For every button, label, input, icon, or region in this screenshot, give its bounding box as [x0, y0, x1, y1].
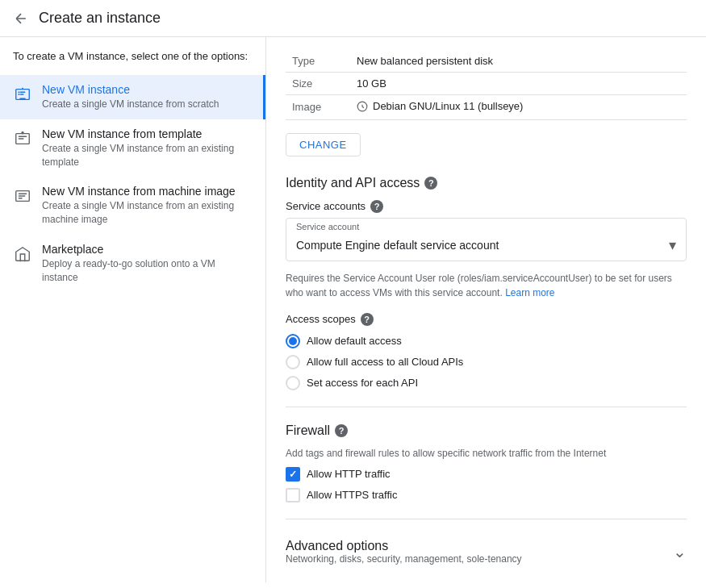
sidebar-item-new-vm-title: New VM instance — [42, 83, 219, 96]
sidebar-item-marketplace[interactable]: Marketplace Deploy a ready-to-go solutio… — [0, 235, 265, 293]
sidebar-item-new-vm[interactable]: New VM instance Create a single VM insta… — [0, 75, 265, 119]
section-divider-1 — [286, 407, 687, 407]
advanced-options-desc: Networking, disks, security, management,… — [286, 553, 522, 565]
disk-image-label: Image — [286, 95, 350, 120]
header: Create an instance — [0, 0, 706, 37]
firewall-help-icon[interactable]: ? — [335, 424, 348, 437]
vm-icon — [13, 85, 32, 104]
disk-image-value: Debian GNU/Linux 11 (bullseye) — [350, 95, 687, 120]
radio-full-access-label: Allow full access to all Cloud APIs — [307, 356, 463, 368]
sidebar-item-marketplace-desc: Deploy a ready-to-go solution onto a VM … — [42, 257, 253, 285]
change-button[interactable]: CHANGE — [286, 133, 361, 156]
sidebar-item-vm-template-title: New VM instance from template — [42, 127, 253, 140]
svg-point-1 — [19, 91, 20, 93]
page-title: Create an instance — [39, 10, 161, 27]
identity-section-header: Identity and API access ? — [286, 176, 687, 190]
checkbox-https-box — [286, 488, 300, 503]
checkbox-http-box — [286, 467, 300, 482]
svg-rect-3 — [22, 88, 23, 90]
disk-type-value: New balanced persistent disk — [350, 50, 687, 73]
radio-full-access-circle — [286, 355, 300, 369]
service-accounts-help-icon[interactable]: ? — [370, 200, 383, 213]
service-account-box[interactable]: Service account Compute Engine default s… — [286, 218, 687, 261]
disk-type-row: Type New balanced persistent disk — [286, 50, 687, 73]
radio-each-api[interactable]: Set access for each API — [286, 376, 687, 390]
marketplace-icon — [13, 244, 32, 264]
service-account-value: Compute Engine default service account — [296, 239, 499, 252]
disk-type-label: Type — [286, 50, 350, 73]
service-account-select[interactable]: Compute Engine default service account ▾ — [286, 231, 686, 261]
vm-template-icon — [13, 129, 32, 148]
disk-size-value: 10 GB — [350, 73, 687, 95]
svg-rect-4 — [19, 98, 25, 99]
disk-image-text: Debian GNU/Linux 11 (bullseye) — [373, 100, 523, 112]
firewall-note: Add tags and firewall rules to allow spe… — [286, 448, 687, 459]
disk-info-table: Type New balanced persistent disk Size 1… — [286, 50, 687, 120]
back-icon[interactable] — [13, 10, 29, 27]
identity-help-icon[interactable]: ? — [424, 177, 437, 190]
disk-image-row: Image Debian GNU/Linux 11 (bullseye) — [286, 95, 687, 120]
section-divider-2 — [286, 519, 687, 519]
sidebar-item-vm-machine-image-desc: Create a single VM instance from an exis… — [42, 199, 253, 227]
checkbox-https[interactable]: Allow HTTPS traffic — [286, 488, 687, 503]
sidebar-item-marketplace-title: Marketplace — [42, 243, 253, 256]
checkbox-https-label: Allow HTTPS traffic — [307, 489, 397, 501]
svg-point-2 — [19, 94, 20, 95]
access-scopes-label: Access scopes ? — [286, 313, 687, 326]
sidebar-item-marketplace-content: Marketplace Deploy a ready-to-go solutio… — [42, 243, 253, 285]
service-account-note: Requires the Service Account User role (… — [286, 271, 687, 300]
firewall-section-title: Firewall — [286, 423, 330, 438]
svg-rect-6 — [22, 132, 23, 134]
sidebar-intro: To create a VM instance, select one of t… — [0, 50, 265, 75]
advanced-options-chevron-icon: ⌄ — [673, 542, 687, 561]
sidebar-item-vm-machine-image[interactable]: New VM instance from machine image Creat… — [0, 177, 265, 235]
sidebar-item-vm-machine-image-content: New VM instance from machine image Creat… — [42, 185, 253, 227]
checkbox-http[interactable]: Allow HTTP traffic — [286, 467, 687, 482]
advanced-options-left: Advanced options Networking, disks, secu… — [286, 539, 522, 565]
sidebar-item-new-vm-content: New VM instance Create a single VM insta… — [42, 83, 219, 111]
identity-section-title: Identity and API access — [286, 176, 420, 190]
radio-each-api-label: Set access for each API — [307, 377, 418, 389]
radio-default-access-label: Allow default access — [307, 335, 402, 347]
radio-each-api-circle — [286, 376, 300, 390]
service-account-inner-label: Service account — [286, 219, 686, 231]
sidebar-item-vm-machine-image-title: New VM instance from machine image — [42, 185, 253, 198]
access-scopes-help-icon[interactable]: ? — [361, 313, 374, 326]
disk-size-row: Size 10 GB — [286, 73, 687, 95]
dropdown-icon: ▾ — [669, 236, 676, 254]
radio-default-access[interactable]: Allow default access — [286, 334, 687, 348]
sidebar-item-vm-template-desc: Create a single VM instance from an exis… — [42, 142, 253, 169]
sidebar-item-new-vm-desc: Create a single VM instance from scratch — [42, 98, 219, 111]
advanced-options-title: Advanced options — [286, 539, 522, 553]
sidebar-item-vm-template[interactable]: New VM instance from template Create a s… — [0, 119, 265, 177]
main-content: Type New balanced persistent disk Size 1… — [266, 37, 706, 582]
checkbox-http-label: Allow HTTP traffic — [307, 468, 391, 480]
vm-machine-image-icon — [13, 186, 32, 206]
firewall-section-header: Firewall ? — [286, 423, 687, 438]
service-accounts-label: Service accounts ? — [286, 200, 687, 213]
disk-size-label: Size — [286, 73, 350, 95]
sidebar-item-vm-template-content: New VM instance from template Create a s… — [42, 127, 253, 169]
radio-default-access-circle — [286, 334, 300, 348]
sidebar: To create a VM instance, select one of t… — [0, 37, 266, 582]
radio-full-access[interactable]: Allow full access to all Cloud APIs — [286, 355, 687, 369]
main-layout: To create a VM instance, select one of t… — [0, 37, 706, 582]
advanced-options-section[interactable]: Advanced options Networking, disks, secu… — [286, 536, 687, 568]
learn-more-link[interactable]: Learn more — [505, 287, 554, 298]
